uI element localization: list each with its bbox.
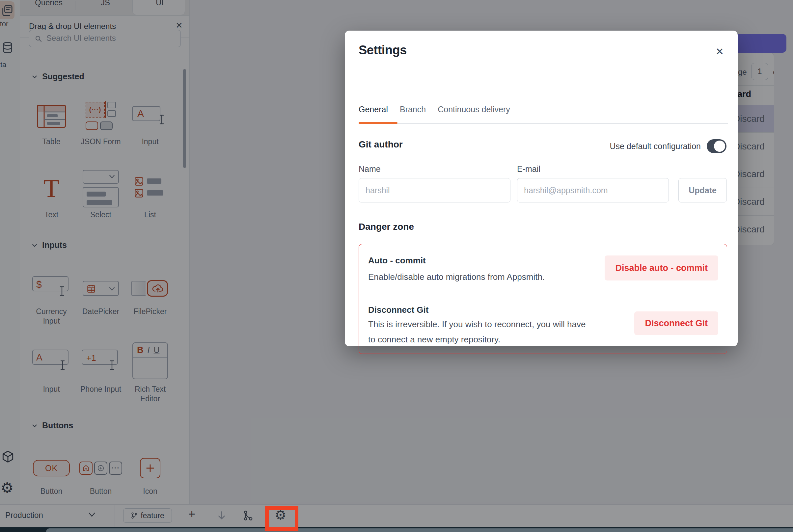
modal-title: Settings <box>359 43 407 57</box>
danger-zone-box: Auto - commit Enable/disable auto migrat… <box>359 244 727 354</box>
git-settings-modal: Settings ✕ General Branch Continuous del… <box>345 31 738 346</box>
tab-continuous-delivery[interactable]: Continuous delivery <box>438 105 510 117</box>
toggle-knob <box>714 140 725 152</box>
email-field[interactable] <box>517 178 669 203</box>
name-label: Name <box>359 164 381 174</box>
git-author-heading: Git author <box>359 139 403 150</box>
use-default-config-label: Use default configuration <box>609 141 701 151</box>
auto-commit-description: Enable/disable auto migrations from Apps… <box>368 269 545 284</box>
email-label: E-mail <box>517 164 541 174</box>
disable-auto-commit-button[interactable]: Disable auto - commit <box>605 255 718 281</box>
tabs-divider <box>359 123 728 124</box>
use-default-config-toggle[interactable] <box>707 139 726 153</box>
tab-branch[interactable]: Branch <box>400 105 426 117</box>
disconnect-git-description: This is irreversible. If you wish to rec… <box>368 317 592 347</box>
annotation-highlight-rectangle <box>265 506 298 531</box>
disconnect-git-button[interactable]: Disconnect Git <box>634 311 718 335</box>
disconnect-git-title: Disconnect Git <box>368 305 429 315</box>
name-field[interactable] <box>359 178 510 203</box>
danger-zone-heading: Danger zone <box>359 222 414 232</box>
app-screen: ditor ata ⚙ Queries JS UI <box>0 0 793 532</box>
divider <box>368 293 718 293</box>
window-edge <box>46 528 793 532</box>
tab-general[interactable]: General <box>359 105 388 117</box>
close-icon[interactable]: ✕ <box>716 46 724 57</box>
auto-commit-title: Auto - commit <box>368 255 426 266</box>
desktop-wallpaper-strip <box>0 527 793 532</box>
active-tab-indicator <box>359 122 397 124</box>
settings-tabs: General Branch Continuous delivery <box>359 105 510 117</box>
update-button[interactable]: Update <box>678 178 727 203</box>
